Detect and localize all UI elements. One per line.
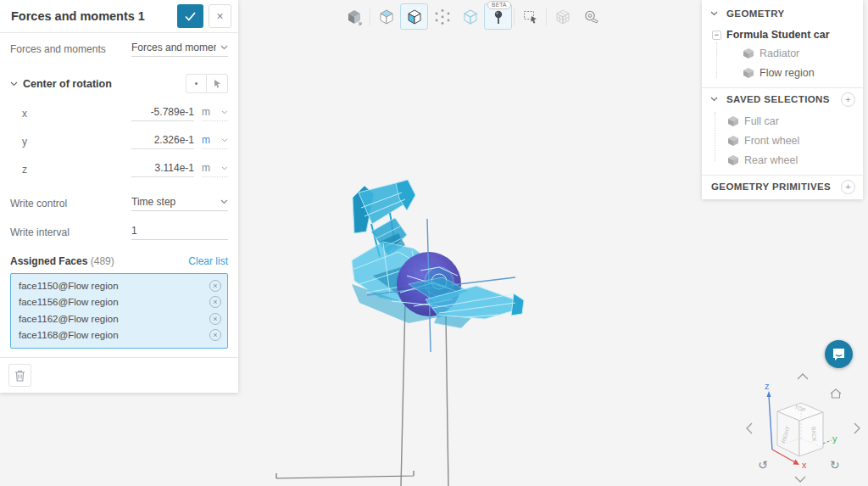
chevron-down-icon[interactable] xyxy=(710,11,718,16)
x-input[interactable]: -5.789e-1 xyxy=(131,106,194,121)
navigation-cube[interactable]: ↺ ↻ TOP RIGHT BACK z x y xyxy=(742,367,868,486)
vertex-select-button[interactable] xyxy=(428,3,456,30)
rotate-down-button[interactable] xyxy=(795,477,805,482)
clear-list-link[interactable]: Clear list xyxy=(188,255,228,267)
tree-item-flow-region[interactable]: Flow region xyxy=(743,67,815,79)
remove-face-button[interactable]: × xyxy=(209,280,221,292)
toolbar-separator xyxy=(370,8,370,25)
rotate-ccw-button[interactable]: ↺ xyxy=(758,458,768,472)
delete-button[interactable] xyxy=(8,364,31,387)
rotate-up-button[interactable] xyxy=(798,374,808,379)
viewport-toolbar: BETA xyxy=(340,3,604,30)
remove-face-button[interactable]: × xyxy=(209,313,221,325)
face-list-item[interactable]: face1156@Flow region × xyxy=(19,294,221,311)
beta-badge: BETA xyxy=(487,1,511,9)
toolbar-separator xyxy=(546,8,547,25)
face-list-item[interactable]: face1162@Flow region × xyxy=(19,310,221,327)
geometry-header[interactable]: GEOMETRY xyxy=(726,8,785,19)
z-unit-value: m xyxy=(202,162,210,174)
solid-cube-icon xyxy=(743,67,754,79)
z-input[interactable]: 3.114e-1 xyxy=(131,162,194,177)
remove-face-button[interactable]: × xyxy=(209,329,221,341)
tree-item-radiator[interactable]: Radiator xyxy=(743,47,799,59)
tree-item-label: Front wheel xyxy=(744,135,799,147)
apply-button[interactable] xyxy=(177,4,203,28)
face-list-item[interactable]: face1168@Flow region × xyxy=(19,327,221,344)
x-unit-dropdown[interactable]: m xyxy=(202,106,228,121)
add-saved-selection-button[interactable]: + xyxy=(841,92,855,107)
divider xyxy=(702,175,863,176)
tree-item-front-wheel[interactable]: Front wheel xyxy=(727,135,799,147)
pick-from-viewport-button[interactable] xyxy=(207,74,228,93)
view-cube-icon xyxy=(346,8,363,25)
measure-tape-button[interactable] xyxy=(576,3,604,30)
remove-face-button[interactable]: × xyxy=(209,296,221,308)
coordinate-row-x: x -5.789e-1 m xyxy=(10,106,228,121)
remove-icon: × xyxy=(213,282,217,290)
chevron-down-icon[interactable] xyxy=(710,97,718,102)
panel-header: Forces and moments 1 × xyxy=(0,0,238,33)
shaded-cube-icon xyxy=(378,8,395,25)
center-of-rotation-row: Center of rotation • xyxy=(10,74,228,93)
write-interval-label: Write interval xyxy=(10,226,70,238)
home-view-button[interactable] xyxy=(831,389,841,398)
geometry-primitives-header[interactable]: GEOMETRY PRIMITIVES xyxy=(711,182,831,192)
y-label: y xyxy=(22,136,131,148)
x-unit-value: m xyxy=(202,106,210,118)
rotate-left-button[interactable] xyxy=(747,423,752,433)
plus-icon: + xyxy=(845,182,850,192)
saved-selections-header[interactable]: SAVED SELECTIONS xyxy=(726,94,830,104)
write-control-label: Write control xyxy=(10,198,67,209)
z-axis: z xyxy=(765,381,772,450)
cancel-button[interactable]: × xyxy=(209,4,231,28)
box-select-button[interactable] xyxy=(516,3,544,30)
write-control-dropdown[interactable]: Time step xyxy=(131,196,228,211)
shaded-cube-button[interactable] xyxy=(372,3,400,30)
x-axis-label: x xyxy=(802,460,807,470)
remove-icon: × xyxy=(213,315,217,323)
solid-cube-icon xyxy=(727,154,739,166)
cube-face-back-label[interactable]: BACK xyxy=(811,427,818,443)
face-name: face1150@Flow region xyxy=(19,281,119,291)
panel-title: Forces and moments 1 xyxy=(11,9,177,23)
type-dropdown[interactable]: Forces and moments xyxy=(131,42,228,57)
tree-item-rear-wheel[interactable]: Rear wheel xyxy=(727,154,798,166)
divider xyxy=(702,87,863,88)
tree-guide xyxy=(715,112,715,161)
viewport-3d[interactable] xyxy=(271,157,534,486)
tree-item-formula-student-car[interactable]: − Formula Student car xyxy=(712,29,830,41)
pick-point-button[interactable]: • xyxy=(186,74,207,93)
rotate-right-button[interactable] xyxy=(854,423,860,433)
vertex-select-icon xyxy=(434,8,451,25)
y-unit-dropdown[interactable]: m xyxy=(202,134,228,149)
z-unit-dropdown[interactable]: m xyxy=(202,162,228,177)
support-chat-button[interactable] xyxy=(825,340,853,368)
measure-tape-icon xyxy=(582,8,599,25)
rotate-cw-button[interactable]: ↻ xyxy=(830,458,840,472)
assigned-faces-label: Assigned Faces (489) xyxy=(10,255,114,267)
view-cube-button[interactable] xyxy=(340,3,368,30)
chevron-down-icon xyxy=(220,199,228,204)
solid-cube-icon xyxy=(743,47,754,59)
collapse-icon[interactable]: − xyxy=(712,31,721,40)
tree-item-full-car[interactable]: Full car xyxy=(727,115,779,127)
write-interval-input[interactable]: 1 xyxy=(131,225,228,240)
face-name: face1168@Flow region xyxy=(19,330,119,340)
add-geometry-primitive-button[interactable]: + xyxy=(841,180,855,194)
mesh-view-icon xyxy=(554,8,571,25)
coordinate-row-z: z 3.114e-1 m xyxy=(10,162,228,177)
face-select-cube-button[interactable] xyxy=(400,3,428,30)
ground-reference-line xyxy=(276,471,414,478)
mesh-view-button[interactable] xyxy=(548,3,576,30)
probe-pin-button[interactable]: BETA xyxy=(484,3,512,30)
center-of-rotation-toggle[interactable]: Center of rotation xyxy=(10,78,112,90)
type-label: Forces and moments xyxy=(10,43,106,55)
wireframe-cube-button[interactable] xyxy=(456,3,484,30)
wireframe-cube-icon xyxy=(462,8,479,25)
face-list-item[interactable]: face1150@Flow region × xyxy=(19,277,221,294)
y-input[interactable]: 2.326e-1 xyxy=(131,134,194,149)
view-cube-widget[interactable]: TOP RIGHT BACK xyxy=(777,403,823,456)
write-interval-value: 1 xyxy=(131,225,137,237)
z-label: z xyxy=(22,164,131,176)
point-icon: • xyxy=(195,79,198,88)
